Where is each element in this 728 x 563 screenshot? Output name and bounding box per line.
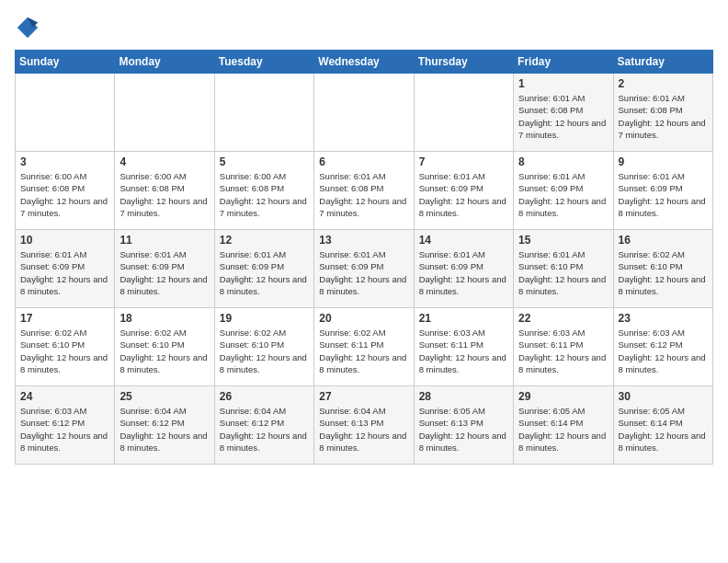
day-cell-12: 12Sunrise: 6:01 AMSunset: 6:09 PMDayligh…	[214, 230, 313, 308]
day-cell-empty	[414, 74, 513, 152]
day-number: 9	[619, 155, 708, 168]
day-number: 15	[518, 234, 608, 247]
day-info: Sunrise: 6:03 AMSunset: 6:12 PMDaylight:…	[20, 405, 109, 454]
day-info: Sunrise: 6:04 AMSunset: 6:12 PMDaylight:…	[220, 405, 309, 454]
day-number: 17	[20, 312, 109, 325]
day-number: 11	[119, 234, 209, 247]
svg-marker-0	[17, 17, 38, 38]
day-number: 25	[119, 390, 209, 403]
day-info: Sunrise: 6:05 AMSunset: 6:14 PMDaylight:…	[619, 405, 708, 454]
day-number: 6	[319, 155, 408, 168]
column-header-friday: Friday	[514, 51, 613, 74]
day-info: Sunrise: 6:02 AMSunset: 6:10 PMDaylight:…	[20, 327, 109, 375]
day-cell-11: 11Sunrise: 6:01 AMSunset: 6:09 PMDayligh…	[115, 230, 214, 308]
day-cell-20: 20Sunrise: 6:02 AMSunset: 6:11 PMDayligh…	[314, 308, 414, 386]
day-number: 27	[319, 390, 408, 403]
day-cell-18: 18Sunrise: 6:02 AMSunset: 6:10 PMDayligh…	[115, 308, 214, 386]
day-cell-empty	[115, 74, 214, 152]
day-cell-16: 16Sunrise: 6:02 AMSunset: 6:10 PMDayligh…	[613, 230, 712, 308]
day-info: Sunrise: 6:00 AMSunset: 6:08 PMDaylight:…	[220, 170, 309, 219]
column-header-tuesday: Tuesday	[214, 51, 313, 74]
day-info: Sunrise: 6:05 AMSunset: 6:14 PMDaylight:…	[518, 405, 608, 454]
day-number: 4	[119, 155, 209, 168]
day-number: 20	[319, 312, 408, 325]
day-number: 2	[619, 77, 708, 90]
day-info: Sunrise: 6:03 AMSunset: 6:12 PMDaylight:…	[619, 327, 708, 375]
day-cell-28: 28Sunrise: 6:05 AMSunset: 6:13 PMDayligh…	[414, 386, 513, 465]
calendar-header: SundayMondayTuesdayWednesdayThursdayFrid…	[16, 51, 713, 74]
day-info: Sunrise: 6:01 AMSunset: 6:09 PMDaylight:…	[419, 170, 508, 219]
day-number: 22	[518, 312, 608, 325]
day-cell-2: 2Sunrise: 6:01 AMSunset: 6:08 PMDaylight…	[613, 74, 712, 152]
day-cell-27: 27Sunrise: 6:04 AMSunset: 6:13 PMDayligh…	[314, 386, 414, 465]
day-number: 10	[20, 234, 109, 247]
header-row: SundayMondayTuesdayWednesdayThursdayFrid…	[16, 51, 713, 74]
day-cell-30: 30Sunrise: 6:05 AMSunset: 6:14 PMDayligh…	[613, 386, 712, 465]
day-cell-empty	[16, 74, 115, 152]
page-header	[15, 15, 713, 40]
day-info: Sunrise: 6:02 AMSunset: 6:10 PMDaylight:…	[619, 248, 708, 297]
day-cell-3: 3Sunrise: 6:00 AMSunset: 6:08 PMDaylight…	[16, 152, 115, 230]
day-info: Sunrise: 6:01 AMSunset: 6:09 PMDaylight:…	[20, 248, 109, 297]
column-header-thursday: Thursday	[414, 51, 513, 74]
day-cell-14: 14Sunrise: 6:01 AMSunset: 6:09 PMDayligh…	[414, 230, 513, 308]
day-number: 30	[619, 390, 708, 403]
week-row-5: 24Sunrise: 6:03 AMSunset: 6:12 PMDayligh…	[16, 386, 713, 465]
day-cell-empty	[314, 74, 414, 152]
day-cell-22: 22Sunrise: 6:03 AMSunset: 6:11 PMDayligh…	[514, 308, 613, 386]
calendar-table: SundayMondayTuesdayWednesdayThursdayFrid…	[15, 50, 713, 465]
day-cell-7: 7Sunrise: 6:01 AMSunset: 6:09 PMDaylight…	[414, 152, 513, 230]
logo	[15, 15, 44, 40]
column-header-saturday: Saturday	[613, 51, 712, 74]
day-info: Sunrise: 6:00 AMSunset: 6:08 PMDaylight:…	[20, 170, 109, 219]
day-cell-26: 26Sunrise: 6:04 AMSunset: 6:12 PMDayligh…	[214, 386, 313, 465]
day-info: Sunrise: 6:01 AMSunset: 6:09 PMDaylight:…	[319, 248, 408, 297]
day-info: Sunrise: 6:03 AMSunset: 6:11 PMDaylight:…	[419, 327, 508, 375]
day-number: 24	[20, 390, 109, 403]
day-cell-13: 13Sunrise: 6:01 AMSunset: 6:09 PMDayligh…	[314, 230, 414, 308]
day-cell-6: 6Sunrise: 6:01 AMSunset: 6:08 PMDaylight…	[314, 152, 414, 230]
day-number: 19	[220, 312, 309, 325]
week-row-3: 10Sunrise: 6:01 AMSunset: 6:09 PMDayligh…	[16, 230, 713, 308]
day-number: 13	[319, 234, 408, 247]
day-cell-21: 21Sunrise: 6:03 AMSunset: 6:11 PMDayligh…	[414, 308, 513, 386]
day-cell-8: 8Sunrise: 6:01 AMSunset: 6:09 PMDaylight…	[514, 152, 613, 230]
column-header-monday: Monday	[115, 51, 214, 74]
day-info: Sunrise: 6:01 AMSunset: 6:09 PMDaylight:…	[518, 170, 608, 219]
day-info: Sunrise: 6:00 AMSunset: 6:08 PMDaylight:…	[119, 170, 209, 219]
column-header-sunday: Sunday	[16, 51, 115, 74]
day-cell-empty	[214, 74, 313, 152]
day-info: Sunrise: 6:01 AMSunset: 6:10 PMDaylight:…	[518, 248, 608, 297]
day-cell-5: 5Sunrise: 6:00 AMSunset: 6:08 PMDaylight…	[214, 152, 313, 230]
day-number: 1	[518, 77, 608, 90]
day-info: Sunrise: 6:04 AMSunset: 6:13 PMDaylight:…	[319, 405, 408, 454]
day-info: Sunrise: 6:01 AMSunset: 6:09 PMDaylight:…	[419, 248, 508, 297]
day-number: 12	[220, 234, 309, 247]
day-cell-23: 23Sunrise: 6:03 AMSunset: 6:12 PMDayligh…	[613, 308, 712, 386]
day-number: 23	[619, 312, 708, 325]
day-cell-1: 1Sunrise: 6:01 AMSunset: 6:08 PMDaylight…	[514, 74, 613, 152]
day-cell-10: 10Sunrise: 6:01 AMSunset: 6:09 PMDayligh…	[16, 230, 115, 308]
day-info: Sunrise: 6:02 AMSunset: 6:10 PMDaylight:…	[220, 327, 309, 375]
day-number: 18	[119, 312, 209, 325]
day-cell-17: 17Sunrise: 6:02 AMSunset: 6:10 PMDayligh…	[16, 308, 115, 386]
day-cell-29: 29Sunrise: 6:05 AMSunset: 6:14 PMDayligh…	[514, 386, 613, 465]
day-info: Sunrise: 6:04 AMSunset: 6:12 PMDaylight:…	[119, 405, 209, 454]
day-number: 16	[619, 234, 708, 247]
week-row-2: 3Sunrise: 6:00 AMSunset: 6:08 PMDaylight…	[16, 152, 713, 230]
column-header-wednesday: Wednesday	[314, 51, 414, 74]
day-number: 8	[518, 155, 608, 168]
day-info: Sunrise: 6:01 AMSunset: 6:09 PMDaylight:…	[619, 170, 708, 219]
day-number: 5	[220, 155, 309, 168]
day-info: Sunrise: 6:01 AMSunset: 6:09 PMDaylight:…	[220, 248, 309, 297]
day-info: Sunrise: 6:01 AMSunset: 6:09 PMDaylight:…	[119, 248, 209, 297]
week-row-4: 17Sunrise: 6:02 AMSunset: 6:10 PMDayligh…	[16, 308, 713, 386]
day-number: 28	[419, 390, 508, 403]
day-number: 7	[419, 155, 508, 168]
day-number: 14	[419, 234, 508, 247]
day-info: Sunrise: 6:02 AMSunset: 6:10 PMDaylight:…	[119, 327, 209, 375]
day-info: Sunrise: 6:01 AMSunset: 6:08 PMDaylight:…	[518, 92, 608, 141]
day-info: Sunrise: 6:02 AMSunset: 6:11 PMDaylight:…	[319, 327, 408, 375]
day-cell-19: 19Sunrise: 6:02 AMSunset: 6:10 PMDayligh…	[214, 308, 313, 386]
day-cell-4: 4Sunrise: 6:00 AMSunset: 6:08 PMDaylight…	[115, 152, 214, 230]
